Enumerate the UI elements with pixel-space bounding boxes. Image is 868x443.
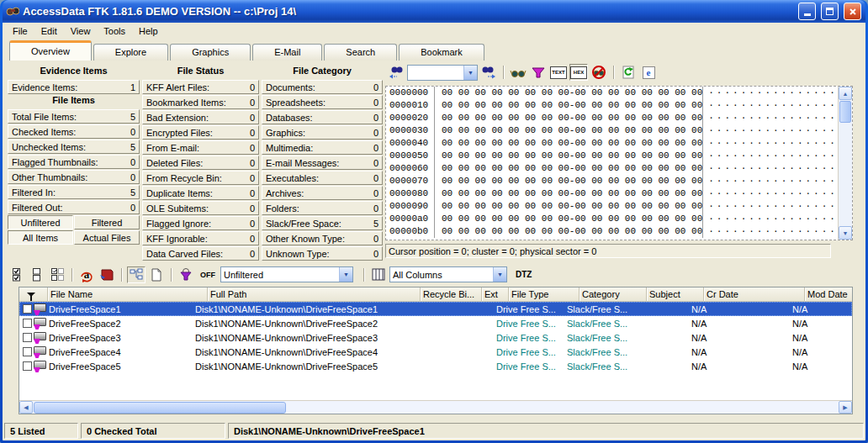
toggle-actual-files[interactable]: Actual Files bbox=[74, 230, 140, 245]
scrollbar-thumb[interactable] bbox=[34, 402, 286, 414]
dictionary-button[interactable] bbox=[98, 266, 116, 283]
scroll-down-arrow-icon[interactable]: ▼ bbox=[839, 226, 852, 240]
row-checkbox[interactable] bbox=[23, 361, 32, 371]
chevron-down-icon[interactable]: ▼ bbox=[463, 66, 477, 80]
column-header-full-path[interactable]: Full Path bbox=[208, 287, 421, 301]
column-header-file-name[interactable]: File Name bbox=[48, 287, 208, 301]
title-bar[interactable]: AccessData FTK 1.81.6 DEMO VERSION -- c:… bbox=[3, 0, 865, 23]
table-row[interactable]: DriveFreeSpace2Disk1\NONAME-Unknown\Driv… bbox=[19, 316, 852, 330]
toggle-all-items[interactable]: All Items bbox=[8, 230, 73, 245]
hex-ascii: ················ bbox=[702, 225, 845, 238]
column-header-recycle-bi[interactable]: Recycle Bi... bbox=[421, 287, 482, 301]
cell-cr-date: N/A bbox=[690, 319, 791, 329]
scroll-up-arrow-icon[interactable]: ▲ bbox=[839, 87, 852, 100]
row-checkbox[interactable] bbox=[23, 304, 32, 314]
stat-label: Graphics: bbox=[266, 128, 305, 138]
check-all-button[interactable] bbox=[8, 266, 26, 283]
tab-bookmark[interactable]: Bookmark bbox=[399, 44, 484, 61]
chevron-down-icon[interactable]: ▼ bbox=[339, 267, 352, 282]
close-button[interactable] bbox=[844, 3, 861, 20]
hex-vertical-scrollbar[interactable]: ▲ ▼ bbox=[838, 87, 852, 240]
hex-row: 000009000 00 00 00 00 00 00 00-00 00 00 … bbox=[386, 200, 838, 213]
cell-full-path: Disk1\NONAME-Unknown\DriveFreeSpace3 bbox=[193, 333, 406, 343]
case-sensitivity-button[interactable]: a bbox=[77, 266, 96, 283]
check-options-button[interactable] bbox=[48, 266, 66, 283]
row-checkbox[interactable] bbox=[23, 333, 32, 342]
chevron-down-icon[interactable]: ▼ bbox=[493, 267, 506, 282]
find-previous-button[interactable] bbox=[387, 64, 405, 81]
hex-row: 000003000 00 00 00 00 00 00 00-00 00 00 … bbox=[386, 124, 838, 137]
table-row[interactable]: DriveFreeSpace5Disk1\NONAME-Unknown\Driv… bbox=[19, 359, 852, 373]
cell-category: Slack/Free S... bbox=[565, 319, 632, 329]
uncheck-all-button[interactable] bbox=[28, 266, 46, 283]
scrollbar-thumb[interactable] bbox=[839, 101, 851, 123]
row-checkbox[interactable] bbox=[23, 347, 32, 356]
scrollbar-track[interactable] bbox=[286, 401, 839, 414]
stat-value: 0 bbox=[373, 158, 378, 168]
toggle-filtered[interactable]: Filtered bbox=[74, 215, 140, 229]
tab-graphics[interactable]: Graphics bbox=[170, 44, 251, 61]
column-header-mod-date[interactable]: Mod Date bbox=[805, 287, 853, 301]
column-header-subject[interactable]: Subject bbox=[647, 287, 704, 301]
no-auto-view-button[interactable] bbox=[590, 64, 608, 81]
view-glasses-button[interactable] bbox=[509, 64, 527, 81]
row-checkbox[interactable] bbox=[23, 319, 32, 328]
hex-row: 00000b000 00 00 00 00 00 00 00-00 00 00 … bbox=[386, 225, 838, 238]
menu-item-file[interactable]: File bbox=[6, 24, 34, 38]
horizontal-scrollbar[interactable]: ◀ ▶ bbox=[19, 400, 852, 414]
scroll-right-arrow-icon[interactable]: ▶ bbox=[839, 401, 852, 414]
stat-row-data-carved-files: Data Carved Files:0 bbox=[142, 246, 259, 261]
stat-label: Duplicate Items: bbox=[146, 188, 213, 198]
stat-label: Bad Extension: bbox=[146, 113, 209, 123]
hex-search-combo[interactable]: ▼ bbox=[407, 65, 478, 81]
refresh-view-button[interactable] bbox=[619, 64, 638, 81]
hex-view-button[interactable]: HEX bbox=[569, 64, 588, 81]
tab-search[interactable]: Search bbox=[324, 44, 397, 61]
stat-value: 0 bbox=[250, 173, 255, 183]
maximize-button[interactable] bbox=[821, 3, 839, 20]
stat-value: 5 bbox=[130, 112, 135, 122]
menu-item-view[interactable]: View bbox=[64, 24, 98, 38]
tree-view-toggle[interactable] bbox=[127, 266, 146, 283]
browser-view-button[interactable]: e bbox=[639, 64, 658, 81]
stat-label: Encrypted Files: bbox=[146, 128, 213, 138]
filter-view-button[interactable] bbox=[529, 64, 548, 81]
find-next-button[interactable] bbox=[479, 64, 498, 81]
menu-item-edit[interactable]: Edit bbox=[34, 24, 64, 38]
table-row[interactable]: DriveFreeSpace3Disk1\NONAME-Unknown\Driv… bbox=[19, 330, 852, 345]
cell-file-type: Drive Free S... bbox=[495, 304, 565, 314]
column-header-file-type[interactable]: File Type bbox=[509, 287, 580, 301]
stat-value: 5 bbox=[130, 187, 135, 198]
filter-combo[interactable]: Unfiltered ▼ bbox=[220, 266, 353, 282]
column-header-cr-date[interactable]: Cr Date bbox=[704, 287, 805, 301]
column-settings-button[interactable] bbox=[369, 266, 388, 283]
filter-toggle-button[interactable] bbox=[177, 266, 195, 283]
tab-overview[interactable]: Overview bbox=[9, 40, 92, 61]
hex-ascii: ················ bbox=[702, 87, 845, 99]
tab-explore[interactable]: Explore bbox=[93, 44, 168, 61]
columns-combo[interactable]: All Columns ▼ bbox=[389, 266, 507, 282]
stat-row-total-file-items: Total File Items:5 bbox=[8, 109, 140, 124]
table-row[interactable]: DriveFreeSpace1Disk1\NONAME-Unknown\Driv… bbox=[19, 302, 852, 316]
hex-view[interactable]: ▲ ▼ 000000000 00 00 00 00 00 00 00-00 00… bbox=[385, 86, 853, 240]
hex-bytes: 00 00 00 00 00 00 00 00-00 00 00 00 00 0… bbox=[435, 187, 702, 200]
table-row[interactable]: DriveFreeSpace4Disk1\NONAME-Unknown\Driv… bbox=[19, 345, 852, 359]
toggle-unfiltered[interactable]: Unfiltered bbox=[8, 215, 73, 229]
scroll-left-arrow-icon[interactable]: ◀ bbox=[19, 401, 33, 414]
stat-row-deleted-files: Deleted Files:0 bbox=[142, 156, 259, 170]
text-view-button[interactable]: TEXT bbox=[549, 64, 568, 81]
dtz-button[interactable]: DTZ bbox=[516, 270, 532, 279]
document-view-button[interactable] bbox=[147, 266, 166, 283]
column-header-category[interactable]: Category bbox=[580, 287, 647, 301]
minimize-button[interactable] bbox=[798, 3, 816, 20]
hex-bytes: 00 00 00 00 00 00 00 00-00 00 00 00 00 0… bbox=[435, 150, 702, 162]
hex-ascii: ················ bbox=[702, 175, 845, 187]
stat-label: Multimedia: bbox=[266, 143, 313, 153]
tab-e-mail[interactable]: E-Mail bbox=[252, 44, 322, 61]
column-header-ext[interactable]: Ext bbox=[482, 287, 509, 301]
column-header-filter[interactable] bbox=[19, 287, 48, 301]
menu-item-help[interactable]: Help bbox=[132, 24, 165, 38]
menu-item-tools[interactable]: Tools bbox=[97, 24, 132, 38]
cursor-status-bar: Cursor position = 0; cluster = 0; physic… bbox=[385, 244, 831, 258]
stat-label: Folders: bbox=[266, 203, 299, 214]
